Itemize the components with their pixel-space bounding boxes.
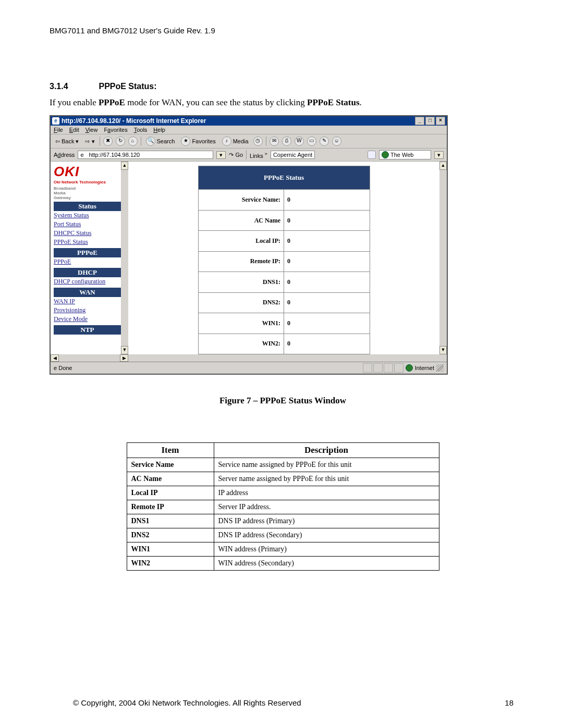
table-row: Service Name:0 bbox=[198, 190, 370, 210]
search-button[interactable]: 🔍Search bbox=[144, 136, 177, 146]
row-value: 0 bbox=[284, 334, 370, 354]
refresh-icon[interactable]: ↻ bbox=[116, 137, 125, 146]
home-icon[interactable]: ⌂ bbox=[128, 137, 138, 146]
row-value: 0 bbox=[284, 190, 370, 210]
nav-link[interactable]: System Status bbox=[54, 211, 121, 220]
sidebar-hscroll[interactable]: ◀▶ bbox=[51, 354, 128, 362]
row-label: DNS1: bbox=[198, 272, 284, 292]
nav-link[interactable]: Provisioning bbox=[54, 306, 121, 315]
row-label: WIN1: bbox=[198, 313, 284, 334]
status-done: e Done bbox=[54, 365, 72, 371]
menu-edit[interactable]: Edit bbox=[69, 127, 79, 133]
go-button[interactable]: ↷Go bbox=[229, 152, 243, 158]
section-number: 3.1.4 bbox=[50, 82, 96, 91]
section-title: PPPoE Status: bbox=[99, 82, 156, 91]
links-label[interactable]: Links » bbox=[250, 151, 267, 159]
menu-bar: File Edit View Favorites Tools Help bbox=[51, 126, 447, 134]
row-value: 0 bbox=[284, 313, 370, 334]
menu-view[interactable]: View bbox=[85, 127, 98, 133]
table-title: PPPoE Status bbox=[198, 166, 370, 190]
ie-icon: e bbox=[52, 117, 59, 125]
desc-item: DNS1 bbox=[127, 514, 214, 528]
mail-icon[interactable]: ✉ bbox=[270, 137, 279, 146]
desc-item: Remote IP bbox=[127, 500, 214, 514]
globe-icon bbox=[382, 151, 389, 158]
desc-item: WIN1 bbox=[127, 542, 214, 557]
nav-link[interactable]: DHCP configuration bbox=[54, 277, 121, 286]
table-row: WIN1WIN address (Primary) bbox=[127, 542, 439, 557]
nav-head-ntp: NTP bbox=[54, 325, 121, 335]
forward-button[interactable]: ⇨ ▾ bbox=[83, 138, 96, 145]
table-row: DNS1DNS IP address (Primary) bbox=[127, 514, 439, 528]
table-row: AC NameServer name assigned by PPPoE for… bbox=[127, 472, 439, 486]
figure-caption: Figure 7 – PPPoE Status Window bbox=[50, 396, 516, 406]
nav-head-wan: WAN bbox=[54, 288, 121, 297]
desc-text: IP address bbox=[214, 486, 439, 500]
the-web-arrow[interactable]: ▾ bbox=[434, 151, 444, 159]
row-value: 0 bbox=[284, 292, 370, 313]
desc-head-item: Item bbox=[127, 443, 214, 458]
row-label: WIN2: bbox=[198, 334, 284, 354]
nav-link[interactable]: PPPoE bbox=[54, 257, 121, 266]
the-web-dropdown[interactable]: The Web bbox=[379, 150, 431, 159]
page-number: 18 bbox=[505, 698, 513, 707]
row-label: Remote IP: bbox=[198, 251, 284, 272]
nav-link[interactable]: PPPoE Status bbox=[54, 238, 121, 246]
status-zone: Internet bbox=[415, 365, 434, 371]
nav-link[interactable]: WAN IP bbox=[54, 297, 121, 306]
table-row: DNS2:0 bbox=[198, 292, 370, 313]
sidebar-scrollbar[interactable]: ▲ ▼ bbox=[121, 162, 128, 354]
desc-item: Local IP bbox=[127, 486, 214, 500]
research-icon[interactable]: ✎ bbox=[320, 137, 329, 146]
back-button[interactable]: ⇦ Back ▾ bbox=[54, 138, 80, 145]
search-icon[interactable] bbox=[368, 151, 376, 159]
table-row: Local IP:0 bbox=[198, 231, 370, 251]
row-value: 0 bbox=[284, 272, 370, 292]
menu-favorites[interactable]: Favorites bbox=[104, 127, 127, 133]
discuss-icon[interactable]: ▭ bbox=[307, 137, 316, 146]
address-input[interactable]: e http://67.104.98.120 bbox=[78, 151, 213, 159]
desc-text: DNS IP address (Primary) bbox=[214, 514, 439, 528]
table-row: DNS2DNS IP address (Secondary) bbox=[127, 528, 439, 542]
nav-link[interactable]: Device Mode bbox=[54, 315, 121, 324]
status-bar: e Done Internet bbox=[51, 362, 447, 374]
stop-icon[interactable]: ✖ bbox=[103, 137, 113, 146]
nav-link[interactable]: Port Status bbox=[54, 220, 121, 229]
nav-link[interactable]: DHCPC Status bbox=[54, 229, 121, 238]
row-value: 0 bbox=[284, 231, 370, 251]
doc-header: BMG7011 and BMG7012 User's Guide Rev. 1.… bbox=[50, 26, 516, 35]
table-row: Local IPIP address bbox=[127, 486, 439, 500]
media-button[interactable]: ♪Media bbox=[221, 136, 250, 146]
window-titlebar: e http://67.104.98.120/ - Microsoft Inte… bbox=[51, 116, 447, 126]
table-row: DNS1:0 bbox=[198, 272, 370, 292]
resize-grip[interactable] bbox=[436, 364, 444, 372]
print-icon[interactable]: ⎙ bbox=[282, 137, 291, 146]
address-dropdown[interactable]: ▾ bbox=[216, 151, 226, 159]
footer-copyright: © Copyright, 2004 Oki Network Technologi… bbox=[73, 698, 301, 707]
section-heading: 3.1.4 PPPoE Status: bbox=[50, 82, 516, 91]
menu-tools[interactable]: Tools bbox=[134, 127, 148, 133]
desc-text: WIN address (Primary) bbox=[214, 542, 439, 557]
zone-icon bbox=[406, 364, 413, 372]
row-label: DNS2: bbox=[198, 292, 284, 313]
menu-help[interactable]: Help bbox=[153, 127, 165, 133]
favorites-button[interactable]: ★Favorites bbox=[179, 136, 217, 146]
desc-item: DNS2 bbox=[127, 528, 214, 542]
desc-text: Server name assigned by PPPoE for this u… bbox=[214, 472, 439, 486]
menu-file[interactable]: File bbox=[54, 127, 63, 133]
intro-line: If you enable PPPoE mode for WAN, you ca… bbox=[50, 97, 516, 108]
maximize-button[interactable]: □ bbox=[425, 117, 435, 125]
desc-text: Server IP address. bbox=[214, 500, 439, 514]
content-area: PPPoE Status Service Name:0AC Name0Local… bbox=[128, 162, 439, 354]
description-table: Item Description Service NameService nam… bbox=[127, 442, 439, 571]
copernic-agent[interactable]: Copernic Agent bbox=[271, 151, 315, 159]
content-scrollbar[interactable]: ▲ ▼ bbox=[439, 162, 447, 354]
nav-head-dhcp: DHCP bbox=[54, 268, 121, 277]
history-icon[interactable]: ◷ bbox=[253, 137, 263, 146]
messenger-icon[interactable]: ☺ bbox=[332, 137, 341, 146]
close-button[interactable]: × bbox=[436, 117, 445, 125]
word-icon[interactable]: W bbox=[295, 137, 304, 146]
minimize-button[interactable]: _ bbox=[415, 117, 424, 125]
table-row: Remote IPServer IP address. bbox=[127, 500, 439, 514]
router-sidebar: OKI Oki Network Technologies Broadband M… bbox=[51, 162, 121, 354]
